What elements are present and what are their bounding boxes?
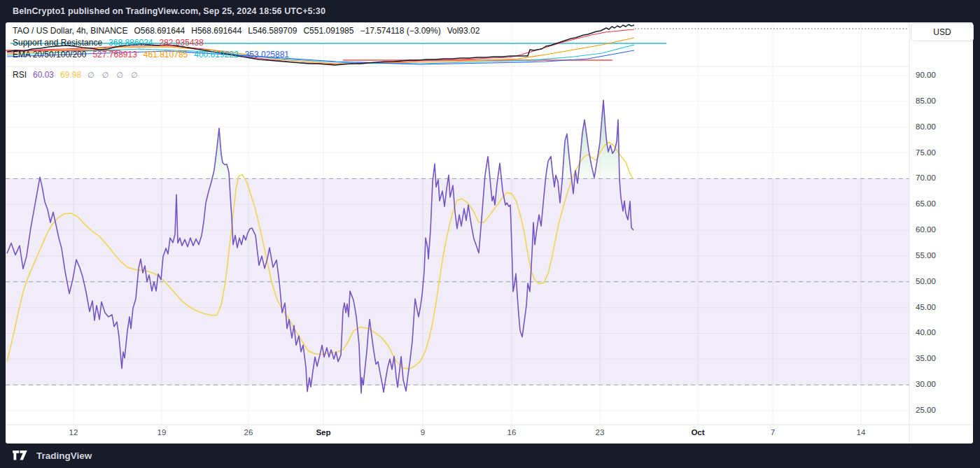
- ema-row-value: 353.025881: [245, 50, 289, 59]
- ema-row-value: 461.810785: [144, 50, 188, 59]
- symbol-row-value: C551.091985: [303, 26, 354, 36]
- currency-toggle-button[interactable]: USD: [911, 23, 974, 41]
- ema-row-title: EMA 20/50/100/200: [13, 50, 86, 59]
- symbol-row-value: H568.691644: [191, 26, 241, 36]
- price-scale-label: 85.00: [916, 97, 936, 105]
- rsi-row-value: 69.98: [60, 70, 81, 80]
- symbol-row-value: O568.691644: [134, 26, 186, 36]
- price-scale-label: 25.00: [916, 406, 936, 414]
- price-scale-label: 45.00: [916, 303, 936, 311]
- currency-toggle-label: USD: [933, 27, 951, 37]
- tradingview-logo-icon[interactable]: [13, 451, 31, 461]
- chart-panel[interactable]: [6, 22, 973, 444]
- price-scale-label: 70.00: [916, 173, 936, 182]
- symbol-row-title: TAO / US Dollar, 4h, BINANCE: [13, 26, 128, 36]
- rsi-row[interactable]: RSI60.0369.98∅ ∅ ∅ ∅: [13, 70, 147, 80]
- support-resistance-row[interactable]: Support and Resistance368.886024282.9354…: [13, 38, 210, 48]
- time-scale-label: 23: [596, 428, 605, 437]
- screenshot-frame: BeInCrypto1 published on TradingView.com…: [0, 0, 980, 468]
- price-scale-label: 50.00: [916, 277, 936, 285]
- price-scale-label: 40.00: [916, 328, 936, 336]
- time-scale-label: Oct: [691, 428, 704, 437]
- footer-bar: TradingView: [0, 444, 980, 468]
- rsi-row-value: ∅ ∅ ∅ ∅: [88, 71, 141, 79]
- price-scale-label: 55.00: [916, 251, 936, 260]
- time-scale-label: 7: [771, 428, 775, 437]
- price-scale-label: 90.00: [916, 71, 936, 79]
- ema-row[interactable]: EMA 20/50/100/200527.768913461.810785400…: [13, 50, 295, 59]
- price-scale-label: 65.00: [916, 199, 936, 208]
- time-scale-label: 12: [69, 428, 78, 437]
- price-scale-label: 60.00: [916, 225, 936, 234]
- symbol-row-value: −17.574118 (−3.09%): [360, 26, 440, 36]
- price-scale-label: 35.00: [916, 354, 936, 362]
- time-scale-label: 19: [158, 428, 167, 437]
- symbol-row[interactable]: TAO / US Dollar, 4h, BINANCEO568.691644H…: [13, 26, 486, 36]
- support-resistance-row-title: Support and Resistance: [13, 38, 102, 48]
- publish-header: BeInCrypto1 published on TradingView.com…: [0, 0, 980, 22]
- time-scale-label: 26: [244, 428, 253, 437]
- price-scale-label: 75.00: [916, 148, 936, 157]
- publish-attribution-text: BeInCrypto1 published on TradingView.com…: [13, 6, 326, 16]
- tradingview-brand-text[interactable]: TradingView: [36, 451, 92, 461]
- rsi-row-value: 60.03: [33, 70, 54, 80]
- time-scale-label: 9: [421, 428, 425, 437]
- symbol-row-value: L546.589709: [248, 26, 297, 36]
- price-scale-label: 30.00: [916, 380, 936, 388]
- time-scale-label: 16: [507, 428, 517, 437]
- rsi-row-title: RSI: [13, 70, 27, 80]
- time-scale-label: Sep: [316, 428, 330, 437]
- time-scale-label: 14: [857, 428, 866, 437]
- ema-row-value: 400.619222: [194, 50, 238, 59]
- symbol-row-value: Vol93.02: [447, 26, 480, 36]
- ema-row-value: 527.768913: [92, 50, 136, 59]
- price-scale-label: 80.00: [916, 122, 936, 131]
- support-resistance-row-value: 282.935438: [160, 38, 204, 48]
- support-resistance-row-value: 368.886024: [108, 38, 153, 48]
